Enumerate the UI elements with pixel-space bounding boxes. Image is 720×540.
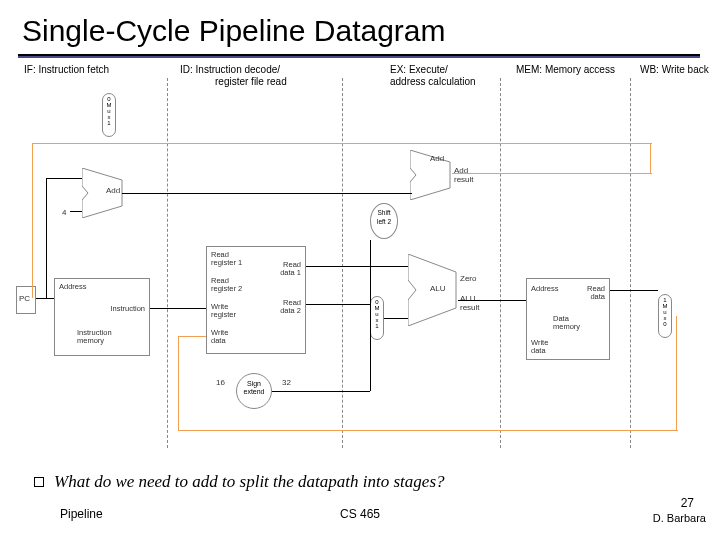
imem-to-reg	[150, 308, 206, 309]
dmem-to-mux	[610, 290, 658, 291]
pc-up	[46, 178, 47, 298]
regfile-rd1: Read data 1	[280, 261, 301, 278]
shift-label: Shift left 2	[377, 209, 391, 225]
bullet-text: What do we need to add to split the data…	[54, 472, 445, 492]
regfile-rr1: Read register 1	[211, 251, 242, 268]
alu-label: ALU	[430, 284, 446, 293]
imem-name: Instruction memory	[77, 329, 112, 346]
regfile-rr2: Read register 2	[211, 277, 242, 294]
stage-label-mem: MEM: Memory access	[516, 64, 615, 75]
register-file: Read register 1 Read register 2 Write re…	[206, 246, 306, 354]
pc4-to-addbranch	[122, 193, 412, 194]
four-to-add	[70, 211, 82, 212]
dmem-rd: Read data	[587, 285, 605, 302]
bits32: 32	[282, 378, 291, 387]
add-branch-label: Add	[430, 154, 444, 163]
stage-label-if: IF: Instruction fetch	[24, 64, 109, 75]
footer-page: 27	[681, 496, 694, 510]
dmem-addr: Address	[531, 285, 559, 293]
rd2-to-mux	[306, 304, 370, 305]
stage-label-id2: register file read	[215, 76, 287, 87]
mux-pc-src: 0 M u x 1	[102, 93, 116, 137]
mux-alu-src: 0 M u x 1	[370, 296, 384, 340]
bullet-question: What do we need to add to split the data…	[34, 472, 700, 492]
slide-title: Single-Cycle Pipeline Datagram	[0, 0, 720, 52]
pipeline-diagram: IF: Instruction fetch ID: Instruction de…	[10, 58, 710, 448]
dmem-wd: Write data	[531, 339, 548, 356]
footer-center: CS 465	[340, 507, 380, 521]
stage-divider-3	[500, 78, 501, 448]
stage-label-ex2: address calculation	[390, 76, 476, 87]
pc-to-add	[46, 178, 82, 179]
signext-up	[370, 240, 371, 391]
stage-label-ex: EX: Execute/	[390, 64, 448, 75]
pc-block: PC	[16, 286, 36, 314]
data-memory: Address Data memory Write data Read data	[526, 278, 610, 360]
dmem-name: Data memory	[553, 315, 580, 332]
bits16: 16	[216, 378, 225, 387]
add-pc4-label: Add	[106, 186, 120, 195]
wb-feedback-into-reg	[178, 336, 206, 337]
wb-feedback-bottom	[178, 430, 678, 431]
stage-divider-4	[630, 78, 631, 448]
stage-divider-1	[167, 78, 168, 448]
signext-label: Sign extend	[243, 380, 264, 395]
wb-feedback-r	[676, 316, 677, 430]
alu-zero: Zero	[460, 274, 476, 283]
mux-to-alu	[384, 318, 408, 319]
shift-left-2: Shift left 2	[370, 203, 398, 239]
branch-add-out	[452, 173, 652, 174]
stage-label-id: ID: Instruction decode/	[180, 64, 280, 75]
add-branch-out: Add result	[454, 166, 474, 184]
wb-feedback-l	[178, 336, 179, 430]
footer-left: Pipeline	[60, 507, 103, 521]
branch-feedback-r	[650, 143, 651, 173]
alu-result: ALU result	[460, 294, 480, 312]
mux-wb: 1 M u x 0	[658, 294, 672, 338]
instruction-memory: Address Instruction memory Instruction	[54, 278, 150, 356]
branch-feedback-top	[32, 143, 652, 144]
alu-to-dmem	[458, 300, 526, 301]
sign-extend: Sign extend	[236, 373, 272, 409]
regfile-wr: Write register	[211, 303, 236, 320]
regfile-rd2: Read data 2	[280, 299, 301, 316]
imem-addr-label: Address	[59, 283, 87, 291]
mux2-labels: 1 M u x 0	[659, 297, 671, 327]
regfile-wd: Write data	[211, 329, 228, 346]
stage-divider-2	[342, 78, 343, 448]
stage-label-wb: WB: Write back	[640, 64, 709, 75]
bullet-icon	[34, 477, 44, 487]
footer-author: D. Barbara	[653, 512, 706, 524]
mux1-labels: 0 M u x 1	[371, 299, 383, 329]
mux0-labels: 0 M u x 1	[103, 96, 115, 126]
imem-out-label: Instruction	[110, 305, 145, 313]
const4: 4	[62, 208, 66, 217]
pc-to-imem	[36, 298, 54, 299]
slide-footer: Pipeline CS 465 27 D. Barbara	[0, 502, 720, 532]
signext-out	[272, 391, 370, 392]
branch-feedback-l	[32, 143, 33, 298]
rd1-to-alu	[306, 266, 408, 267]
